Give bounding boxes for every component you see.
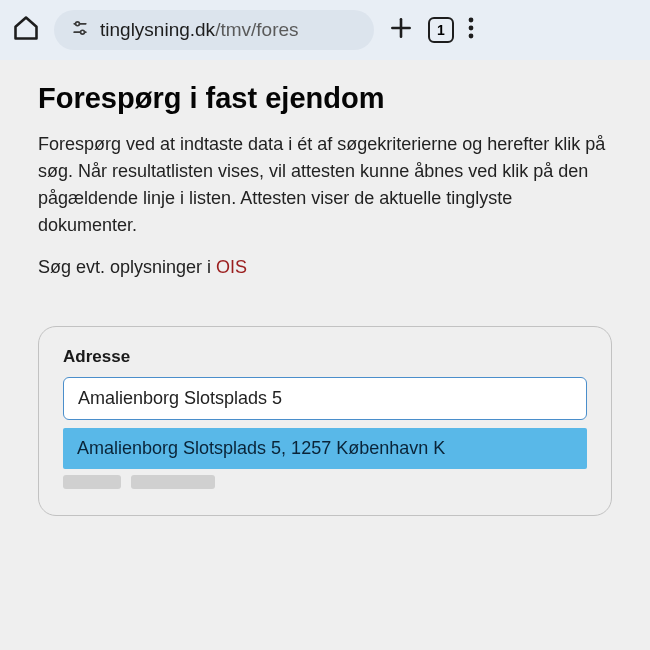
url-bar[interactable]: tinglysning.dk/tmv/fores: [54, 10, 374, 50]
site-settings-icon[interactable]: [70, 18, 90, 42]
search-card: Adresse Amalienborg Slotsplads 5, 1257 K…: [38, 326, 612, 516]
placeholder-pill: [131, 475, 215, 489]
svg-point-2: [76, 22, 80, 26]
address-field-label: Adresse: [63, 347, 587, 367]
url-path: /tmv/fores: [215, 19, 298, 40]
address-input[interactable]: [63, 377, 587, 420]
new-tab-icon[interactable]: [388, 15, 414, 45]
secondary-text: Søg evt. oplysninger i OIS: [38, 257, 612, 278]
browser-toolbar: tinglysning.dk/tmv/fores 1: [0, 0, 650, 60]
svg-point-3: [81, 30, 85, 34]
svg-point-8: [469, 34, 474, 39]
url-text: tinglysning.dk/tmv/fores: [100, 19, 299, 41]
tab-count-button[interactable]: 1: [428, 17, 454, 43]
ois-link[interactable]: OIS: [216, 257, 247, 277]
url-host: tinglysning.dk: [100, 19, 215, 40]
placeholder-pill: [63, 475, 121, 489]
tab-count-value: 1: [437, 22, 445, 38]
home-icon[interactable]: [12, 14, 40, 46]
svg-point-7: [469, 26, 474, 31]
page-description: Forespørg ved at indtaste data i ét af s…: [38, 131, 612, 239]
page-title: Forespørg i fast ejendom: [38, 82, 612, 115]
page-content: Forespørg i fast ejendom Forespørg ved a…: [0, 60, 650, 650]
secondary-prefix: Søg evt. oplysninger i: [38, 257, 216, 277]
menu-dots-icon[interactable]: [468, 17, 474, 43]
address-suggestion[interactable]: Amalienborg Slotsplads 5, 1257 København…: [63, 428, 587, 469]
svg-point-6: [469, 18, 474, 23]
placeholder-row: [63, 475, 587, 489]
